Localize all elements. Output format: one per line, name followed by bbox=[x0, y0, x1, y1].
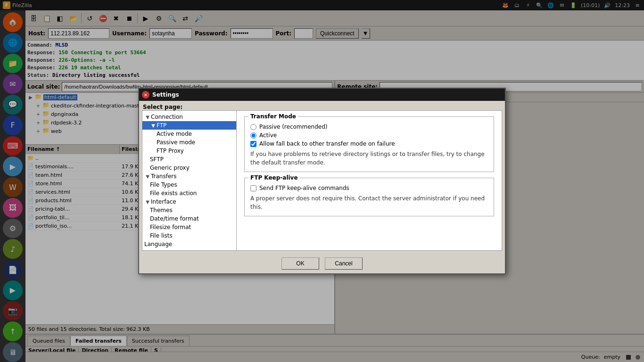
dtree-transfers[interactable]: ▼ Transfers bbox=[142, 172, 236, 181]
dtree-ftp[interactable]: ▼ FTP bbox=[142, 121, 236, 130]
label-interface: Interface bbox=[151, 198, 176, 205]
dtree-connection[interactable]: ▼ Connection bbox=[142, 113, 236, 121]
transfer-mode-title: Transfer Mode bbox=[248, 113, 298, 120]
dialog-titlebar: ✕ Settings bbox=[139, 89, 505, 101]
active-radio-row: Active bbox=[250, 132, 488, 139]
expand-interface: ▼ bbox=[144, 198, 151, 205]
label-file-types: File Types bbox=[150, 181, 177, 188]
fallback-checkbox[interactable] bbox=[250, 141, 256, 147]
label-datetime: Date/time format bbox=[150, 215, 199, 222]
select-page-label: Select page: bbox=[143, 104, 182, 110]
label-filesize-format: Filesize format bbox=[150, 224, 191, 230]
transfer-mode-info: If you have problems to retrieve directo… bbox=[250, 150, 488, 167]
dtree-generic-proxy[interactable]: Generic proxy bbox=[142, 164, 236, 172]
active-mode-label[interactable]: Active bbox=[259, 132, 277, 139]
dtree-passive-mode[interactable]: Passive mode bbox=[142, 138, 236, 147]
keepalive-info: A proper server does not require this. C… bbox=[250, 194, 488, 211]
dtree-file-exists-action[interactable]: File exists action bbox=[142, 189, 236, 197]
label-file-exists-action: File exists action bbox=[150, 190, 197, 197]
keepalive-checkbox[interactable] bbox=[250, 185, 256, 191]
dtree-language[interactable]: Language bbox=[142, 240, 236, 248]
label-themes: Themes bbox=[150, 207, 173, 214]
expand-connection: ▼ bbox=[144, 114, 151, 120]
settings-ok-button[interactable]: OK bbox=[281, 257, 319, 270]
dtree-file-lists[interactable]: File lists bbox=[142, 231, 236, 240]
dtree-file-types[interactable]: File Types bbox=[142, 181, 236, 189]
dialog-body: Select page: ▼ Connection ▼ FTP Active m… bbox=[139, 101, 505, 273]
active-mode-radio[interactable] bbox=[250, 132, 256, 139]
dtree-filesize-format[interactable]: Filesize format bbox=[142, 223, 236, 231]
label-ftp-proxy: FTP Proxy bbox=[157, 148, 184, 154]
settings-tree[interactable]: ▼ Connection ▼ FTP Active mode Passive m… bbox=[142, 111, 237, 250]
expand-transfers: ▼ bbox=[144, 173, 151, 180]
passive-mode-label[interactable]: Passive (recommended) bbox=[259, 123, 328, 130]
dtree-datetime[interactable]: Date/time format bbox=[142, 214, 236, 223]
label-passive-mode: Passive mode bbox=[157, 139, 195, 146]
dtree-active-mode[interactable]: Active mode bbox=[142, 130, 236, 138]
label-connection: Connection bbox=[151, 114, 183, 120]
label-ftp: FTP bbox=[157, 122, 166, 129]
select-page-label-area: Select page: bbox=[139, 101, 505, 110]
dialog-content-panel: Transfer Mode Passive (recommended) Acti… bbox=[237, 111, 502, 250]
dtree-sftp[interactable]: SFTP bbox=[142, 155, 236, 164]
dialog-close-button[interactable]: ✕ bbox=[142, 91, 149, 99]
dtree-interface[interactable]: ▼ Interface bbox=[142, 197, 236, 206]
label-generic-proxy: Generic proxy bbox=[150, 165, 190, 171]
label-sftp: SFTP bbox=[150, 156, 164, 163]
dialog-title: Settings bbox=[152, 91, 179, 98]
keepalive-section: FTP Keep-alive Send FTP keep-alive comma… bbox=[244, 178, 494, 216]
dialog-main-area: ▼ Connection ▼ FTP Active mode Passive m… bbox=[142, 110, 502, 251]
label-file-lists: File lists bbox=[150, 232, 173, 239]
settings-dialog: ✕ Settings Select page: ▼ Connection ▼ F… bbox=[138, 88, 506, 274]
keepalive-label[interactable]: Send FTP keep-alive commands bbox=[259, 185, 349, 191]
label-active-mode: Active mode bbox=[157, 131, 192, 137]
transfer-mode-section: Transfer Mode Passive (recommended) Acti… bbox=[244, 116, 494, 172]
expand-ftp: ▼ bbox=[150, 122, 157, 129]
settings-cancel-button[interactable]: Cancel bbox=[325, 257, 363, 270]
dialog-buttons-area: OK Cancel bbox=[139, 254, 505, 273]
label-language: Language bbox=[144, 241, 172, 247]
keepalive-title: FTP Keep-alive bbox=[248, 174, 300, 181]
label-transfers: Transfers bbox=[151, 173, 177, 180]
dtree-themes[interactable]: Themes bbox=[142, 206, 236, 214]
settings-dialog-overlay: ✕ Settings Select page: ▼ Connection ▼ F… bbox=[0, 0, 644, 362]
fallback-label[interactable]: Allow fall back to other transfer mode o… bbox=[259, 140, 395, 147]
dtree-ftp-proxy[interactable]: FTP Proxy bbox=[142, 147, 236, 155]
fallback-checkbox-row: Allow fall back to other transfer mode o… bbox=[250, 140, 488, 147]
keepalive-checkbox-row: Send FTP keep-alive commands bbox=[250, 185, 488, 191]
passive-radio-row: Passive (recommended) bbox=[250, 123, 488, 130]
passive-mode-radio[interactable] bbox=[250, 124, 256, 130]
